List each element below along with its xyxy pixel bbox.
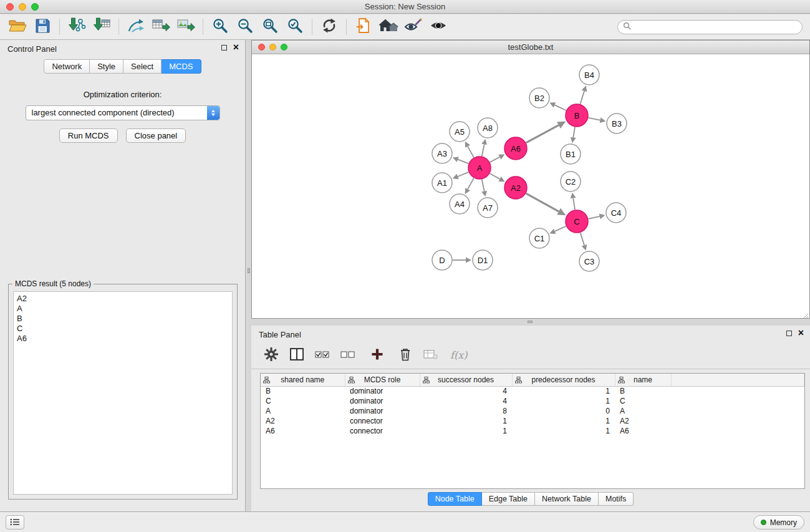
zoom-window-button[interactable] xyxy=(281,44,287,51)
network-window-titlebar[interactable]: testGlobe.txt xyxy=(252,41,809,54)
tab-mcds[interactable]: MCDS xyxy=(162,59,201,74)
table-cell[interactable]: 1 xyxy=(512,426,615,436)
table-cell[interactable]: dominator xyxy=(345,386,420,396)
show-columns-button[interactable] xyxy=(286,346,308,365)
run-mcds-button[interactable]: Run MCDS xyxy=(59,128,118,143)
zoom-fit-button[interactable] xyxy=(258,16,282,37)
refresh-view-button[interactable] xyxy=(317,16,342,37)
result-item[interactable]: C xyxy=(17,324,229,334)
table-cell[interactable]: C xyxy=(615,396,671,406)
table-cell[interactable]: A2 xyxy=(615,416,671,426)
tab-network[interactable]: Network xyxy=(44,59,90,74)
show-hide-button[interactable] xyxy=(426,16,451,37)
tab-motifs[interactable]: Motifs xyxy=(599,492,634,506)
column-header-predecessor-nodes[interactable]: predecessor nodes xyxy=(512,374,615,386)
zoom-selected-button[interactable] xyxy=(282,16,307,37)
result-item[interactable]: A2 xyxy=(17,294,229,304)
zoom-in-button[interactable] xyxy=(208,16,233,37)
close-panel-icon[interactable]: × xyxy=(233,44,239,51)
table-cell[interactable]: A2 xyxy=(261,416,345,426)
table-cell[interactable]: A6 xyxy=(615,426,671,436)
table-cell[interactable]: A6 xyxy=(261,426,345,436)
table-cell[interactable]: 4 xyxy=(420,386,512,396)
minimize-window-button[interactable] xyxy=(269,44,276,51)
function-builder-button[interactable]: f(x) xyxy=(450,349,467,361)
column-header-shared-name[interactable]: shared name xyxy=(261,374,345,386)
table-cell[interactable]: A xyxy=(261,406,345,416)
optimization-criterion-dropdown[interactable]: largest connected component (directed) xyxy=(26,105,220,120)
control-panel-header: Control Panel × xyxy=(0,40,245,56)
memory-button[interactable]: Memory xyxy=(753,515,804,530)
select-all-columns-button[interactable] xyxy=(311,346,334,365)
float-panel-icon[interactable] xyxy=(786,331,792,336)
table-cell[interactable]: B xyxy=(615,386,671,396)
graph-edge-arrowhead xyxy=(571,193,576,199)
tab-style[interactable]: Style xyxy=(90,59,123,74)
table-cell[interactable]: 0 xyxy=(512,406,615,416)
column-header-label: shared name xyxy=(281,375,324,384)
close-panel-icon[interactable]: × xyxy=(798,330,804,336)
export-network-button[interactable] xyxy=(123,16,148,37)
table-cell[interactable]: connector xyxy=(345,426,420,436)
save-session-button[interactable] xyxy=(30,16,55,37)
export-image-button[interactable] xyxy=(173,16,198,37)
table-cell[interactable]: connector xyxy=(345,416,420,426)
unselect-all-columns-button[interactable] xyxy=(337,346,359,365)
tab-node-table[interactable]: Node Table xyxy=(428,492,482,506)
delete-column-button[interactable] xyxy=(394,346,417,365)
result-item[interactable]: A6 xyxy=(17,334,229,344)
table-cell[interactable]: C xyxy=(261,396,345,406)
network-window-controls xyxy=(258,44,287,51)
toolbar-separator xyxy=(203,19,203,35)
search-field[interactable] xyxy=(617,20,803,34)
minimize-window-button[interactable] xyxy=(19,3,26,11)
graphics-details-button[interactable] xyxy=(401,16,426,37)
network-graph[interactable]: B4B2BB3A5A8A6A3B1AC2A1A2A4A7C4CC1C3DD1 xyxy=(252,54,809,318)
tab-edge-table[interactable]: Edge Table xyxy=(482,492,535,506)
horizontal-splitter[interactable] xyxy=(251,319,810,326)
mcds-result-list[interactable]: A2ABCA6 xyxy=(13,291,233,495)
tab-select[interactable]: Select xyxy=(123,59,162,74)
home-button[interactable] xyxy=(376,16,401,37)
export-table-button[interactable] xyxy=(148,16,173,37)
delete-table-button[interactable] xyxy=(420,346,442,365)
tab-network-table[interactable]: Network Table xyxy=(535,492,599,506)
table-cell[interactable]: A xyxy=(615,406,671,416)
network-canvas[interactable]: B4B2BB3A5A8A6A3B1AC2A1A2A4A7C4CC1C3DD1 xyxy=(252,54,809,318)
table-cell[interactable]: 1 xyxy=(420,416,512,426)
open-session-button[interactable] xyxy=(5,16,30,37)
open-document-button[interactable] xyxy=(351,16,376,37)
table-cell[interactable]: 1 xyxy=(420,426,512,436)
table-cell[interactable]: 1 xyxy=(512,396,615,406)
table-cell[interactable]: 1 xyxy=(512,416,615,426)
graph-edge xyxy=(526,193,559,211)
graph-edge-arrowhead xyxy=(481,191,487,197)
table-cell[interactable]: 4 xyxy=(420,396,512,406)
table-cell[interactable]: B xyxy=(261,386,345,396)
close-panel-button[interactable]: Close panel xyxy=(126,128,186,143)
column-header-name[interactable]: name xyxy=(615,374,671,386)
vertical-splitter[interactable] xyxy=(246,40,251,511)
column-header-successor-nodes[interactable]: successor nodes xyxy=(420,374,512,386)
close-window-button[interactable] xyxy=(6,3,14,11)
result-item[interactable]: B xyxy=(17,314,229,324)
zoom-out-button[interactable] xyxy=(233,16,258,37)
search-input[interactable] xyxy=(634,22,797,31)
table-cell[interactable]: 8 xyxy=(420,406,512,416)
task-history-button[interactable] xyxy=(6,515,24,530)
table-settings-button[interactable] xyxy=(260,346,282,365)
float-panel-icon[interactable] xyxy=(221,45,227,51)
resize-grip-icon[interactable] xyxy=(802,311,809,317)
import-network-button[interactable] xyxy=(64,16,89,37)
zoom-selected-icon xyxy=(287,17,303,36)
import-table-button[interactable] xyxy=(89,16,114,37)
create-column-button[interactable] xyxy=(366,346,388,365)
zoom-window-button[interactable] xyxy=(31,3,39,11)
close-window-button[interactable] xyxy=(258,44,265,51)
table-cell[interactable]: dominator xyxy=(345,406,420,416)
table-cell[interactable]: dominator xyxy=(345,396,420,406)
control-panel: Control Panel × NetworkStyleSelectMCDS O… xyxy=(0,40,246,511)
column-header-MCDS-role[interactable]: MCDS role xyxy=(345,374,420,386)
table-cell[interactable]: 1 xyxy=(512,386,615,396)
result-item[interactable]: A xyxy=(17,304,229,314)
